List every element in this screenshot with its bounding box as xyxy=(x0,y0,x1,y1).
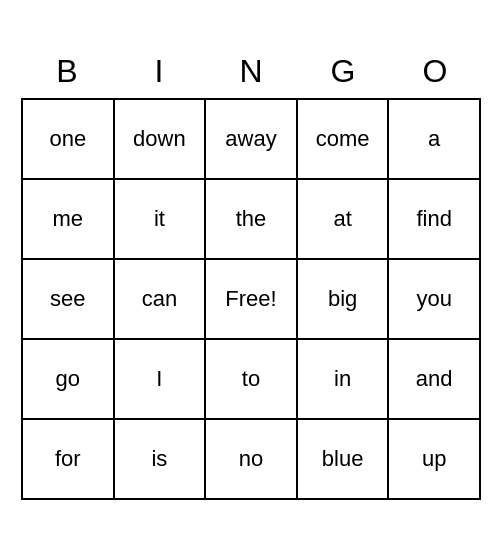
bingo-header: BINGO xyxy=(21,45,481,98)
bingo-cell-4-4: up xyxy=(389,420,479,498)
bingo-grid: onedownawaycomeameittheatfindseecanFree!… xyxy=(21,98,481,500)
bingo-cell-1-0: me xyxy=(23,180,115,258)
bingo-cell-2-1: can xyxy=(115,260,207,338)
header-letter-B: B xyxy=(21,45,113,98)
bingo-cell-4-0: for xyxy=(23,420,115,498)
bingo-cell-1-4: find xyxy=(389,180,479,258)
bingo-cell-3-3: in xyxy=(298,340,390,418)
bingo-cell-3-2: to xyxy=(206,340,298,418)
bingo-cell-2-4: you xyxy=(389,260,479,338)
bingo-cell-4-1: is xyxy=(115,420,207,498)
header-letter-O: O xyxy=(389,45,481,98)
bingo-cell-2-0: see xyxy=(23,260,115,338)
bingo-card: BINGO onedownawaycomeameittheatfindseeca… xyxy=(21,45,481,500)
bingo-cell-1-3: at xyxy=(298,180,390,258)
bingo-cell-1-2: the xyxy=(206,180,298,258)
bingo-cell-2-2: Free! xyxy=(206,260,298,338)
bingo-cell-0-3: come xyxy=(298,100,390,178)
header-letter-N: N xyxy=(205,45,297,98)
bingo-cell-3-1: I xyxy=(115,340,207,418)
bingo-cell-0-0: one xyxy=(23,100,115,178)
bingo-row-4: forisnoblueup xyxy=(23,420,479,498)
bingo-cell-0-2: away xyxy=(206,100,298,178)
header-letter-I: I xyxy=(113,45,205,98)
bingo-row-3: goItoinand xyxy=(23,340,479,420)
bingo-cell-0-1: down xyxy=(115,100,207,178)
bingo-cell-2-3: big xyxy=(298,260,390,338)
bingo-cell-4-3: blue xyxy=(298,420,390,498)
bingo-row-1: meittheatfind xyxy=(23,180,479,260)
bingo-cell-1-1: it xyxy=(115,180,207,258)
bingo-cell-0-4: a xyxy=(389,100,479,178)
bingo-row-2: seecanFree!bigyou xyxy=(23,260,479,340)
header-letter-G: G xyxy=(297,45,389,98)
bingo-cell-3-4: and xyxy=(389,340,479,418)
bingo-cell-3-0: go xyxy=(23,340,115,418)
bingo-row-0: onedownawaycomea xyxy=(23,100,479,180)
bingo-cell-4-2: no xyxy=(206,420,298,498)
